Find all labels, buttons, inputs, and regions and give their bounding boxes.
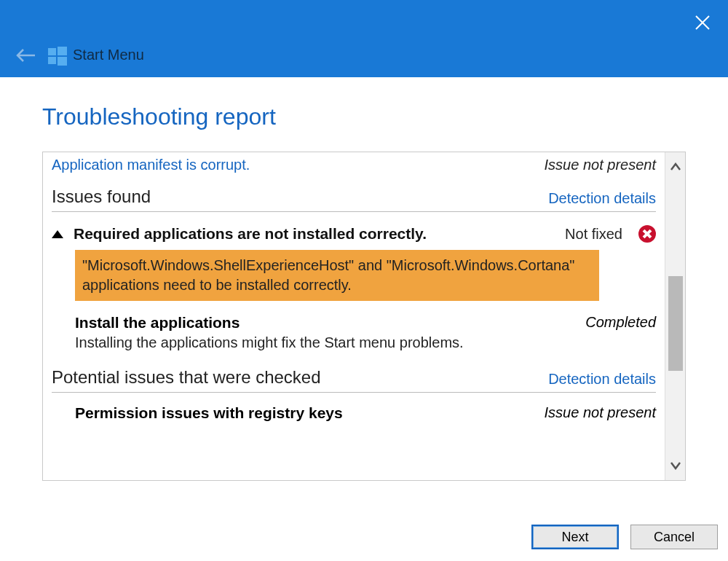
issue-title: Required applications are not installed … [74,225,565,243]
fix-description: Installing the applications might fix th… [75,334,656,351]
scroll-thumb[interactable] [668,276,683,371]
scrollbar[interactable] [665,152,685,480]
app-title: Start Menu [73,47,144,63]
windows-logo-icon [48,47,67,66]
potential-header: Potential issues that were checked Detec… [52,364,656,393]
fix-status: Completed [585,314,656,332]
potential-item-status: Issue not present [545,404,656,422]
fix-row: Install the applications Completed [75,314,656,332]
potential-item-title: Permission issues with registry keys [75,404,343,422]
detection-details-link[interactable]: Detection details [548,190,656,207]
report-pane: Application manifest is corrupt. Issue n… [42,152,686,481]
next-button[interactable]: Next [531,525,619,549]
fix-title: Install the applications [75,314,240,332]
issue-status: Not fixed [565,226,622,243]
cancel-button[interactable]: Cancel [630,525,718,549]
scroll-up-icon[interactable] [665,157,686,177]
report-content: Application manifest is corrupt. Issue n… [43,152,665,480]
issues-found-heading: Issues found [52,187,151,207]
title-bar: Start Menu [0,0,728,77]
button-bar: Next Cancel [531,525,718,549]
potential-details-link[interactable]: Detection details [548,371,656,388]
close-icon[interactable] [695,13,711,36]
scroll-down-icon[interactable] [665,455,686,476]
error-icon [638,225,656,243]
page-title: Troubleshooting report [42,103,276,130]
issue-row[interactable]: Required applications are not installed … [52,212,656,250]
issue-detail-highlight: "Microsoft.Windows.ShellExperienceHost" … [75,250,599,301]
prior-issue-label: Application manifest is corrupt. [52,157,250,173]
potential-heading: Potential issues that were checked [52,367,321,388]
back-arrow-icon[interactable] [16,47,35,67]
collapse-caret-icon[interactable] [52,230,63,238]
issues-found-header: Issues found Detection details [52,184,656,212]
prior-issue-status: Issue not present [545,157,656,173]
prior-issue-row: Application manifest is corrupt. Issue n… [52,152,656,184]
potential-item-row: Permission issues with registry keys Iss… [75,393,656,422]
